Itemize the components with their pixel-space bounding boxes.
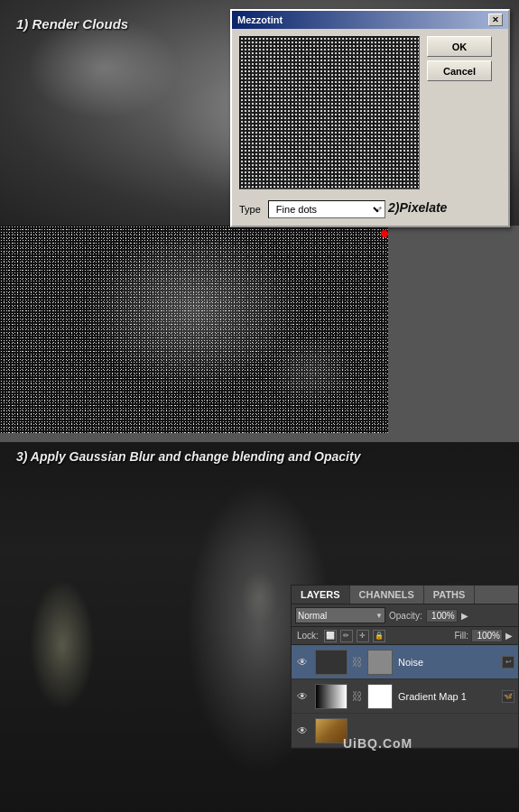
layer-chain-noise: ⛓	[353, 650, 362, 675]
noise-thumbnail	[316, 651, 347, 674]
pixelate-section	[0, 226, 388, 433]
lock-image-icon[interactable]: ✏	[340, 630, 353, 642]
blend-mode-select[interactable]: Normal	[295, 607, 385, 623]
opacity-value[interactable]: 100%	[426, 609, 458, 623]
layer-badge-noise: ↩	[502, 656, 514, 669]
mezzotint-dialog: Mezzotint ✕ OK Cancel Type Fine dots	[230, 9, 510, 227]
gradient-thumbnail	[316, 685, 347, 708]
photo-thumbnail	[316, 719, 347, 743]
dialog-title: Mezzotint	[237, 14, 283, 25]
mezzotint-noise-preview	[240, 37, 419, 189]
fill-arrow: ▶	[505, 631, 513, 641]
layers-tabs: LAYERS CHANNELS PATHS	[292, 586, 518, 604]
dialog-content: OK Cancel	[232, 29, 508, 197]
fill-row: Fill: 100% ▶	[454, 629, 513, 642]
layer-thumb-noise	[315, 650, 348, 675]
layer-row-gradient[interactable]: 👁 ⛓ Gradient Map 1 🦋	[292, 679, 518, 714]
mezzotint-preview	[239, 36, 420, 189]
type-label: Type	[239, 204, 261, 215]
tab-channels[interactable]: CHANNELS	[350, 586, 424, 604]
pixelate-background	[0, 226, 388, 433]
type-select[interactable]: Fine dots	[268, 200, 385, 218]
dialog-titlebar: Mezzotint ✕	[232, 11, 508, 29]
red-indicator-dot	[381, 230, 388, 237]
layer-mask-noise	[367, 650, 393, 675]
layers-lock-row: Lock: ⬜ ✏ ✛ 🔒 Fill: 100% ▶	[292, 627, 518, 645]
layer-thumb-gradient	[315, 684, 348, 709]
layer-chain-gradient: ⛓	[353, 684, 362, 709]
lock-transparent-icon[interactable]: ⬜	[324, 630, 337, 642]
dialog-close-button[interactable]: ✕	[488, 14, 503, 26]
layer-visibility-noise[interactable]: 👁	[295, 655, 310, 669]
cancel-button[interactable]: Cancel	[427, 60, 492, 81]
lock-label: Lock:	[297, 631, 319, 641]
dialog-buttons: OK Cancel	[427, 36, 492, 189]
layer-row-noise[interactable]: 👁 ⛓ Noise ↩	[292, 645, 518, 679]
lock-all-icon[interactable]: 🔒	[373, 630, 385, 642]
layers-panel: LAYERS CHANNELS PATHS Normal Opacity: 10…	[291, 585, 519, 749]
watermark: UiBQ.CoM	[343, 736, 412, 751]
layer-visibility-photo[interactable]: 👁	[295, 724, 310, 738]
layer-name-noise: Noise	[398, 657, 496, 668]
tab-layers[interactable]: LAYERS	[292, 586, 350, 604]
gaussian-label: 3) Apply Gaussian Blur and change blendi…	[16, 449, 360, 464]
render-clouds-label: 1) Render Clouds	[16, 16, 128, 32]
opacity-row: Opacity: 100% ▶	[389, 609, 468, 623]
layer-badge-gradient: 🦋	[502, 690, 514, 703]
pixelate-label: 2)Pixelate	[388, 200, 447, 215]
layer-visibility-gradient[interactable]: 👁	[295, 689, 310, 704]
dialog-type-row: Type Fine dots	[232, 197, 508, 226]
layer-name-gradient: Gradient Map 1	[398, 691, 496, 702]
layer-mask-gradient	[367, 684, 393, 709]
layers-blend-row: Normal Opacity: 100% ▶	[292, 604, 518, 627]
lock-position-icon[interactable]: ✛	[357, 630, 369, 642]
opacity-arrow: ▶	[461, 611, 468, 621]
fill-value[interactable]: 100%	[471, 629, 503, 642]
lock-icons: ⬜ ✏ ✛ 🔒	[324, 630, 385, 642]
type-select-wrapper: Fine dots	[268, 200, 385, 218]
opacity-label: Opacity:	[389, 611, 422, 621]
blend-mode-wrapper: Normal	[295, 607, 385, 623]
ok-button[interactable]: OK	[427, 36, 492, 57]
fill-label: Fill:	[454, 631, 468, 641]
tab-paths[interactable]: PATHS	[424, 586, 476, 604]
